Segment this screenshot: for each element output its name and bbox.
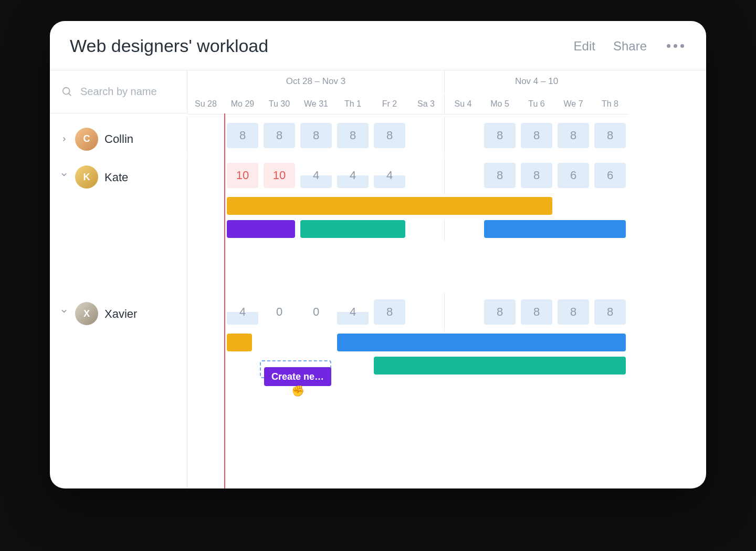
hours-cell[interactable]: 8	[371, 293, 408, 331]
workload-grid: Oct 28 – Nov 3 Nov 4 – 10 Su 28 Mo 29 Tu…	[50, 70, 706, 488]
hours-cell[interactable]	[187, 156, 224, 195]
hours-cell[interactable]: 8	[518, 156, 555, 195]
hours-cell[interactable]: 6	[555, 156, 592, 195]
hours-cell[interactable]: 8	[592, 293, 628, 331]
day-header: We 7	[555, 93, 592, 115]
hours-cell[interactable]: 8	[518, 293, 555, 331]
hours-cell[interactable]	[408, 293, 445, 331]
avatar: C	[75, 128, 98, 151]
search-icon	[61, 86, 73, 98]
chevron-down-icon[interactable]	[59, 171, 69, 178]
share-button[interactable]: Share	[613, 39, 647, 54]
hours-cell[interactable]: 8	[371, 116, 408, 155]
top-actions: Edit Share	[574, 39, 686, 54]
hours-cell[interactable]: 8	[261, 116, 298, 155]
hours-cell[interactable]: 6	[592, 156, 628, 195]
hours-cell[interactable]	[445, 116, 481, 155]
hours-cell[interactable]: 4	[334, 293, 371, 331]
person-row-collin[interactable]: C Collin	[50, 116, 187, 155]
day-header: Mo 5	[481, 93, 518, 115]
hours-cell[interactable]: 4	[298, 156, 334, 195]
page-title: Web designers' workload	[70, 36, 574, 56]
hours-cell[interactable]: 10	[261, 156, 298, 195]
task-bar[interactable]	[334, 333, 628, 355]
hours-cell[interactable]	[187, 116, 224, 155]
day-header: Su 4	[445, 93, 481, 115]
week-header-2: Nov 4 – 10	[445, 70, 628, 92]
person-row-kate[interactable]: K Kate	[50, 156, 187, 293]
day-header: Su 28	[187, 93, 224, 115]
week-header-1: Oct 28 – Nov 3	[187, 70, 445, 92]
chevron-down-icon[interactable]	[59, 307, 69, 315]
hours-cell[interactable]: 8	[555, 116, 592, 155]
hours-cell[interactable]: 0	[298, 293, 334, 331]
task-bar[interactable]	[224, 196, 555, 219]
day-header: Tu 30	[261, 93, 298, 115]
more-menu-icon[interactable]	[665, 42, 686, 50]
grab-cursor-icon: ✊	[291, 384, 304, 397]
person-name: Collin	[104, 132, 133, 146]
hours-cell[interactable]: 4	[334, 156, 371, 195]
search-cell	[50, 70, 187, 113]
day-header: Sa 3	[408, 93, 445, 115]
hours-cell[interactable]	[408, 116, 445, 155]
hours-cell[interactable]: 4	[371, 156, 408, 195]
person-row-xavier[interactable]: X Xavier	[50, 293, 187, 488]
day-header: We 31	[298, 93, 334, 115]
task-bar[interactable]	[224, 220, 298, 242]
day-header: Th 8	[592, 93, 628, 115]
hours-cell[interactable]	[445, 156, 481, 195]
hours-cell[interactable]: 8	[481, 293, 518, 331]
hours-cell[interactable]	[408, 156, 445, 195]
workload-card: Web designers' workload Edit Share Oct 2…	[50, 21, 706, 488]
hours-cell[interactable]: 8	[518, 116, 555, 155]
hours-cell[interactable]	[187, 293, 224, 331]
hours-cell[interactable]: 10	[224, 156, 261, 195]
svg-line-1	[69, 93, 71, 96]
task-bar[interactable]	[371, 356, 628, 378]
hours-cell[interactable]: 0	[261, 293, 298, 331]
svg-point-0	[63, 87, 70, 94]
avatar: X	[75, 302, 98, 325]
task-bar[interactable]	[298, 220, 408, 242]
today-line	[224, 113, 225, 488]
search-input[interactable]	[80, 86, 187, 98]
hours-cell[interactable]: 8	[334, 116, 371, 155]
topbar: Web designers' workload Edit Share	[50, 21, 706, 70]
day-header: Th 1	[334, 93, 371, 115]
hours-cell[interactable]: 8	[224, 116, 261, 155]
hours-cell[interactable]: 4	[224, 293, 261, 331]
edit-button[interactable]: Edit	[574, 39, 595, 54]
day-header: Fr 2	[371, 93, 408, 115]
person-name: Kate	[104, 171, 128, 184]
task-bar[interactable]	[224, 333, 261, 355]
day-header: Mo 29	[224, 93, 261, 115]
hours-cell[interactable]	[445, 293, 481, 331]
create-task-tag[interactable]: Create ne…	[264, 367, 331, 386]
hours-cell[interactable]: 8	[592, 116, 628, 155]
person-name: Xavier	[104, 307, 137, 321]
hours-cell[interactable]: 8	[555, 293, 592, 331]
hours-cell[interactable]: 8	[481, 156, 518, 195]
chevron-right-icon[interactable]	[59, 136, 69, 142]
hours-cell[interactable]: 8	[298, 116, 334, 155]
avatar: K	[75, 165, 98, 189]
hours-cell[interactable]: 8	[481, 116, 518, 155]
day-header: Tu 6	[518, 93, 555, 115]
task-bar[interactable]	[481, 220, 628, 242]
